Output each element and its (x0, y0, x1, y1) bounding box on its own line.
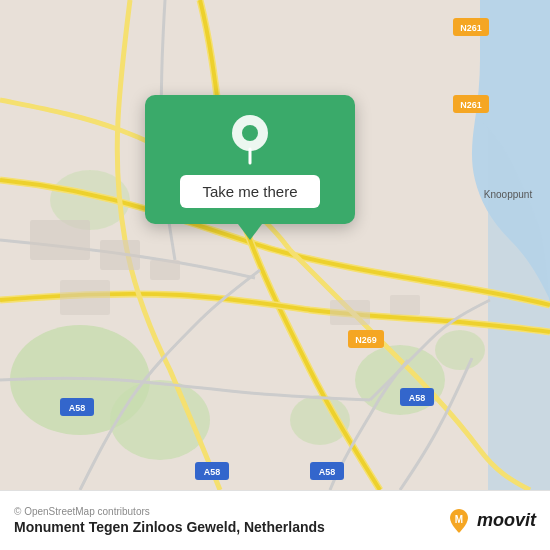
svg-text:N261: N261 (460, 100, 482, 110)
moovit-brand-icon: M (445, 507, 473, 535)
svg-rect-28 (330, 300, 370, 325)
map-pin-icon (224, 113, 276, 165)
svg-point-3 (110, 380, 210, 460)
svg-rect-27 (60, 280, 110, 315)
svg-text:M: M (455, 514, 463, 525)
map-area: A58 A58 A58 A58 N261 N261 N269 Knooppunt (0, 0, 550, 490)
location-popup: Take me there (145, 95, 355, 224)
location-title: Monument Tegen Zinloos Geweld, Netherlan… (14, 519, 325, 535)
moovit-logo: M moovit (445, 507, 536, 535)
bottom-bar: © OpenStreetMap contributors Monument Te… (0, 490, 550, 550)
svg-rect-24 (30, 220, 90, 260)
svg-rect-26 (150, 260, 180, 280)
svg-text:N269: N269 (355, 335, 377, 345)
svg-text:A58: A58 (409, 393, 426, 403)
svg-point-31 (242, 125, 258, 141)
svg-point-6 (435, 330, 485, 370)
svg-text:A58: A58 (319, 467, 336, 477)
take-me-there-button[interactable]: Take me there (180, 175, 319, 208)
svg-rect-29 (390, 295, 420, 315)
svg-text:A58: A58 (204, 467, 221, 477)
svg-text:A58: A58 (69, 403, 86, 413)
app-container: A58 A58 A58 A58 N261 N261 N269 Knooppunt (0, 0, 550, 550)
svg-rect-25 (100, 240, 140, 270)
bottom-left-info: © OpenStreetMap contributors Monument Te… (14, 506, 325, 535)
moovit-brand-text: moovit (477, 510, 536, 531)
map-svg: A58 A58 A58 A58 N261 N261 N269 Knooppunt (0, 0, 550, 490)
svg-text:Knooppunt: Knooppunt (484, 189, 533, 200)
attribution-text: © OpenStreetMap contributors (14, 506, 325, 517)
svg-text:N261: N261 (460, 23, 482, 33)
